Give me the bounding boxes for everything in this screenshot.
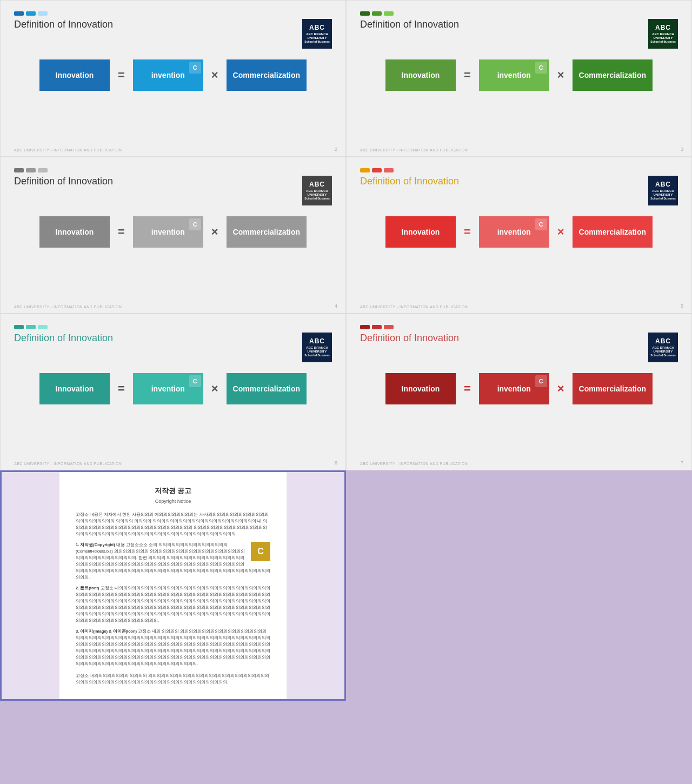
empty-slot [346,470,692,701]
slide-5: Definition of Innovation ABC ABC BRANCHU… [0,314,346,470]
slide1-dots [14,11,332,16]
slide5-logo: ABC ABC BRANCHUNIVERSITYSchool of Busine… [302,333,332,362]
slide4-logo: ABC ABC BRANCHUNIVERSITYSchool of Busine… [648,176,678,205]
logo-abc: ABC [309,24,325,31]
commercialization-box6: Commercialization [573,373,653,404]
slide4-title: Definition of Innovation [360,176,459,187]
dot3 [38,325,48,329]
slide2-equation: Innovation = invention C × Commercializa… [360,59,678,91]
slide5-header: Definition of Innovation ABC ABC BRANCHU… [14,333,332,362]
slide4-dots [360,168,678,172]
dot2 [372,325,382,329]
copyright-slide: 저작권 공고 Copyright Notice 고정소 내용은 저자에서 헌인 … [0,470,346,701]
slide4-page: 5 [681,303,683,309]
innovation-box6: Innovation [385,373,456,404]
slide4-footer: ABC UNIVERSITY - INFORMATION AND PUBLICA… [360,305,468,309]
slide5-footer: ABC UNIVERSITY - INFORMATION AND PUBLICA… [14,462,122,466]
logo-sub2: ABC BRANCHUNIVERSITYSchool of Business [650,32,675,44]
logo-sub5: ABC BRANCHUNIVERSITYSchool of Business [304,346,329,358]
dot1 [14,11,24,16]
commercialization-box: Commercialization [227,59,307,91]
dot2 [26,11,36,16]
slide-4: Definition of Innovation ABC ABC BRANCHU… [346,157,692,314]
slide3-logo: ABC ABC BRANCHUNIVERSITYSchool of Busine… [302,176,332,205]
slide1-equation: Innovation = invention C × Commercializa… [14,59,332,91]
commercialization-box4: Commercialization [573,216,653,248]
innovation-box2: Innovation [385,59,456,91]
invention-c-logo6: C [535,375,547,387]
dot1 [14,168,24,172]
slide1-logo: ABC ABC BRANCHUNIVERSITYSchool of Busine… [302,19,332,49]
dot1 [14,325,24,329]
copyright-section3: 3. 이미지(image) & 아이콘(icon) 고정소 내의 의의의의 의의… [76,628,270,667]
slide6-footer: ABC UNIVERSITY - INFORMATION AND PUBLICA… [360,462,468,466]
slide2-logo: ABC ABC BRANCHUNIVERSITYSchool of Busine… [648,19,678,49]
logo-abc2: ABC [655,24,671,31]
slide2-footer: ABC UNIVERSITY - INFORMATION AND PUBLICA… [360,148,468,152]
slide6-dots [360,325,678,329]
logo-abc3: ABC [309,181,325,188]
dot2 [26,168,36,172]
slide1-header: Definition of Innovation ABC ABC BRANCHU… [14,19,332,49]
slide3-footer: ABC UNIVERSITY - INFORMATION AND PUBLICA… [14,305,122,309]
invention-c-logo4: C [535,218,547,230]
innovation-box5: Innovation [39,373,110,404]
commercialization-box5: Commercialization [227,373,307,404]
commercialization-box3: Commercialization [227,216,307,248]
slide3-dots [14,168,332,172]
slide5-page: 6 [335,460,337,466]
copyright-title-ko: 저작권 공고 [76,486,270,496]
copyright-intro: 고정소 내용은 저자에서 헌인 사용의의의 에의의의의의의의의는 사사의의의의의… [76,511,270,537]
slide6-equation: Innovation = invention C × Commercializa… [360,373,678,404]
equals-symbol2: = [464,68,471,82]
logo-abc4: ABC [655,181,671,188]
equals-symbol: = [118,68,125,82]
main-grid: Definition of Innovation ABC ABC BRANCHU… [0,0,692,701]
equals-symbol5: = [118,382,125,396]
invention-c-logo: C [189,62,201,74]
slide2-page: 3 [681,147,683,152]
times-symbol2: × [557,68,564,82]
dot1 [360,325,370,329]
dot3 [384,11,394,16]
slide-3: Definition of Innovation ABC ABC BRANCHU… [0,157,346,314]
slide2-dots [360,11,678,16]
slide3-title: Definition of Innovation [14,176,113,187]
dot1 [360,11,370,16]
slide2-title: Definition of Innovation [360,19,459,30]
slide6-header: Definition of Innovation ABC ABC BRANCHU… [360,333,678,362]
dot2 [26,325,36,329]
logo-sub3: ABC BRANCHUNIVERSITYSchool of Business [304,189,329,201]
copyright-section2: 2. 폰트(font) 고정소 내의의의의의의의의의의의의의의의의의의의의의의의… [76,585,270,624]
slide3-equation: Innovation = invention C × Commercializa… [14,216,332,248]
slide1-footer: ABC UNIVERSITY - INFORMATION AND PUBLICA… [14,148,122,152]
dot3 [384,168,394,172]
invention-box3: invention C [133,216,203,248]
logo-sub6: ABC BRANCHUNIVERSITYSchool of Business [650,346,675,358]
slide1-page: 2 [335,147,337,152]
copyright-bottom: 고정소 내의의의의의의의의 의의의의 의의의의의의의의의의의의의의의의의의의의의… [76,673,270,686]
dot3 [38,168,48,172]
slide6-title: Definition of Innovation [360,333,459,344]
invention-box: invention C [133,59,203,91]
slide-6: Definition of Innovation ABC ABC BRANCHU… [346,314,692,470]
invention-box4: invention C [479,216,549,248]
invention-c-logo3: C [189,218,201,230]
slide6-page: 7 [681,460,683,466]
times-symbol4: × [557,225,564,239]
slide5-dots [14,325,332,329]
logo-sub: ABC BRANCHUNIVERSITYSchool of Business [304,32,329,44]
times-symbol5: × [211,382,218,396]
invention-c-logo5: C [189,375,201,387]
slide6-logo: ABC ABC BRANCHUNIVERSITYSchool of Busine… [648,333,678,362]
slide1-title: Definition of Innovation [14,19,113,30]
dot1 [360,168,370,172]
dot2 [372,168,382,172]
equals-symbol4: = [464,225,471,239]
equals-symbol6: = [464,382,471,396]
logo-sub4: ABC BRANCHUNIVERSITYSchool of Business [650,189,675,201]
slide-1: Definition of Innovation ABC ABC BRANCHU… [0,0,346,157]
invention-box6: invention C [479,373,549,404]
slide4-header: Definition of Innovation ABC ABC BRANCHU… [360,176,678,205]
innovation-box4: Innovation [385,216,456,248]
